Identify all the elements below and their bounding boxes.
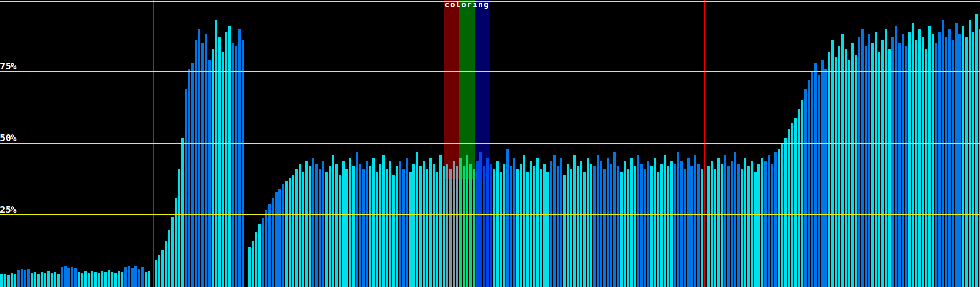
histogram-bar (948, 29, 951, 287)
histogram-bar (962, 26, 964, 287)
histogram-bar (84, 271, 87, 287)
histogram-bar (439, 155, 442, 287)
histogram-bar (155, 260, 157, 287)
histogram-bar (0, 274, 3, 287)
histogram-bar (469, 164, 472, 287)
histogram-bar (902, 34, 904, 287)
histogram-bar (362, 169, 365, 287)
histogram-bar (74, 268, 77, 287)
histogram-bar (382, 155, 385, 287)
histogram-bar (402, 169, 405, 287)
histogram-bar (108, 270, 110, 287)
histogram-bar (975, 14, 978, 287)
histogram-bar (372, 158, 375, 287)
histogram-bar (577, 166, 579, 287)
histogram-bar (540, 169, 542, 287)
histogram-bar (456, 166, 458, 287)
histogram-bar (342, 161, 345, 287)
histogram-bar (258, 224, 261, 287)
histogram-bar (282, 184, 284, 287)
histogram-bar (57, 274, 60, 287)
histogram-bar (741, 169, 743, 287)
histogram-bar (228, 26, 231, 287)
histogram-bar (171, 217, 174, 287)
histogram-bar (453, 161, 455, 287)
histogram-bar (952, 40, 954, 287)
histogram-bar (701, 169, 703, 287)
histogram-bar (972, 32, 974, 287)
histogram-bar (24, 270, 26, 287)
histogram-bar (818, 75, 820, 287)
histogram-bar (51, 273, 53, 287)
histogram-bar (67, 268, 70, 287)
histogram-bar (315, 164, 318, 287)
histogram-bar (433, 164, 435, 287)
histogram-bar (664, 155, 666, 287)
histogram-bar (37, 274, 40, 287)
histogram-bar (871, 43, 874, 287)
axis-label-50: 50% (0, 133, 16, 143)
histogram-bar (831, 40, 834, 287)
histogram-bar (798, 109, 800, 287)
gridline-100 (0, 1, 980, 2)
histogram-bar (392, 175, 395, 287)
histogram-bar (650, 166, 653, 287)
histogram-bar (721, 164, 723, 287)
coloring-band (444, 0, 459, 179)
histogram-bar (386, 169, 388, 287)
histogram-bar (268, 204, 271, 287)
red-marker-line-2 (704, 0, 705, 287)
histogram-bar (275, 192, 278, 287)
histogram-bar (14, 274, 16, 287)
histogram-bar (811, 72, 813, 287)
histogram-bar (932, 34, 934, 287)
histogram-bar (680, 161, 683, 287)
histogram-bar (17, 270, 20, 287)
histogram-bar (570, 169, 572, 287)
histogram-bar (443, 166, 445, 287)
histogram-bar (165, 241, 167, 287)
histogram-bar (724, 155, 726, 287)
histogram-bar (212, 49, 214, 287)
histogram-bar (945, 37, 947, 287)
histogram-bar (942, 20, 944, 287)
histogram-bar (61, 267, 63, 287)
histogram-bar (278, 189, 281, 287)
histogram-bar (687, 158, 690, 287)
histogram-bar (34, 272, 36, 287)
histogram-bar (205, 34, 207, 287)
histogram-bar (366, 161, 368, 287)
red-marker-line-1 (153, 0, 154, 287)
histogram-bar (757, 164, 760, 287)
histogram-bar (707, 166, 710, 287)
histogram-bar (128, 266, 130, 287)
histogram-bar (272, 198, 274, 287)
histogram-bar (335, 164, 338, 287)
histogram-bar (727, 166, 730, 287)
histogram-bar (41, 272, 43, 287)
histogram-bar (895, 26, 897, 287)
histogram-bar (416, 152, 418, 287)
histogram-bar (419, 166, 422, 287)
histogram-bar (620, 172, 623, 287)
histogram-bar (969, 20, 971, 287)
histogram-bar (690, 166, 693, 287)
histogram-bar (600, 161, 602, 287)
histogram-bar (516, 169, 519, 287)
histogram-bar (958, 34, 961, 287)
histogram-bar (121, 272, 123, 287)
histogram-bar (148, 271, 150, 287)
histogram-bar (7, 275, 10, 287)
histogram-bar (513, 158, 515, 287)
histogram-bar (54, 272, 56, 287)
histogram-bar (624, 161, 626, 287)
histogram-bar (845, 49, 847, 287)
histogram-bar (466, 155, 468, 287)
histogram-bar (711, 161, 713, 287)
histogram-bar (835, 57, 837, 287)
histogram-bar (888, 49, 891, 287)
histogram-bar (208, 60, 211, 287)
histogram-bar (47, 271, 50, 287)
histogram-bar (841, 34, 844, 287)
histogram-bar (855, 55, 857, 287)
